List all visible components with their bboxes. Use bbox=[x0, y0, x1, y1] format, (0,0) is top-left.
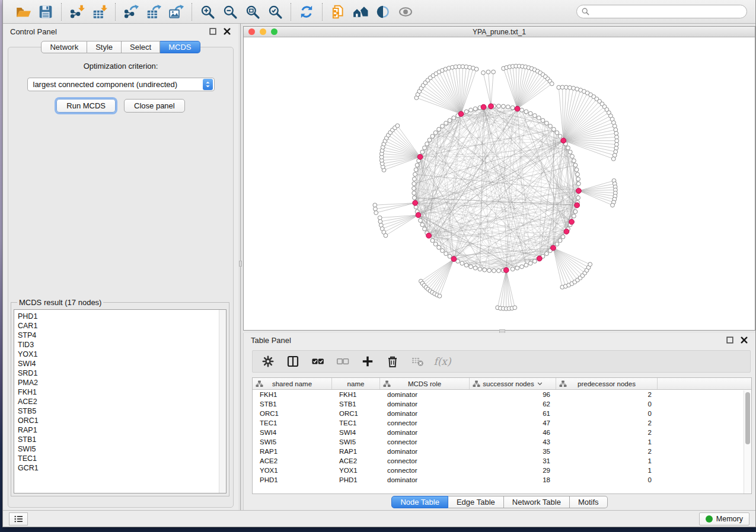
export-table-button[interactable] bbox=[144, 2, 163, 21]
zoom-selected-icon bbox=[267, 4, 283, 20]
mcds-result-item[interactable]: STB1 bbox=[18, 435, 226, 444]
criterion-value: largest connected component (undirected) bbox=[28, 80, 203, 89]
select-stepper-icon bbox=[203, 79, 213, 90]
task-history-button[interactable] bbox=[9, 512, 28, 525]
close-panel-button[interactable] bbox=[223, 27, 231, 36]
tab-style[interactable]: Style bbox=[87, 41, 122, 53]
mcds-list-scrollbar[interactable] bbox=[219, 310, 226, 493]
memory-button[interactable]: Memory bbox=[699, 512, 749, 525]
column-header-successor-nodes[interactable]: successor nodes bbox=[470, 378, 556, 389]
add-row-icon bbox=[361, 355, 374, 368]
tab-select[interactable]: Select bbox=[122, 41, 160, 53]
delete-row-button[interactable] bbox=[384, 353, 401, 370]
criterion-select[interactable]: largest connected component (undirected) bbox=[27, 78, 215, 91]
network-window-titlebar[interactable]: YPA_prune.txt_1 bbox=[244, 27, 755, 37]
table-panel-title: Table Panel bbox=[251, 336, 291, 345]
apply-layout-button[interactable] bbox=[297, 2, 316, 21]
level-of-detail-button[interactable] bbox=[374, 2, 393, 21]
network-doc-button[interactable] bbox=[328, 2, 347, 21]
mcds-result-item[interactable]: ACE2 bbox=[18, 397, 226, 406]
cell-MCDS-role: dominator bbox=[380, 429, 470, 436]
mcds-result-item[interactable]: ORC1 bbox=[18, 416, 226, 425]
mcds-result-item[interactable]: GCR1 bbox=[18, 463, 226, 473]
table-row[interactable]: ORC1ORC1dominator610 bbox=[253, 409, 751, 418]
mcds-result-item[interactable]: SWI5 bbox=[18, 444, 226, 454]
mcds-result-item[interactable]: STP4 bbox=[18, 331, 226, 340]
column-header-predecessor-nodes[interactable]: predecessor nodes bbox=[556, 378, 658, 389]
table-scrollbar[interactable] bbox=[744, 390, 751, 493]
export-network-button[interactable] bbox=[122, 2, 141, 21]
cell-predecessor-nodes: 2 bbox=[556, 419, 658, 427]
mcds-result-item[interactable]: TEC1 bbox=[18, 454, 226, 463]
cell-shared-name: FKH1 bbox=[253, 391, 332, 398]
float-table-panel-button[interactable] bbox=[726, 336, 734, 344]
column-header-MCDS-role[interactable]: MCDS role bbox=[380, 378, 470, 389]
zoom-selected-button[interactable] bbox=[266, 2, 285, 21]
cell-successor-nodes: 43 bbox=[470, 438, 556, 446]
mcds-result-title: MCDS result (17 nodes) bbox=[17, 298, 103, 307]
zoom-fit-button[interactable] bbox=[243, 2, 262, 21]
import-table-button[interactable] bbox=[90, 2, 109, 21]
add-row-button[interactable] bbox=[359, 353, 376, 370]
float-icon bbox=[726, 336, 734, 344]
export-image-button[interactable] bbox=[167, 2, 186, 21]
deselect-all-button[interactable] bbox=[334, 353, 351, 370]
mcds-result-item[interactable]: STB5 bbox=[18, 406, 226, 416]
table-row[interactable]: RAP1RAP1dominator352 bbox=[253, 447, 751, 456]
search-field[interactable] bbox=[576, 5, 747, 18]
tab-node-table[interactable]: Node Table bbox=[391, 496, 448, 508]
mcds-result-item[interactable]: TID3 bbox=[18, 340, 226, 350]
search-input[interactable] bbox=[592, 8, 742, 16]
tab-mcds[interactable]: MCDS bbox=[160, 41, 200, 53]
vertical-splitter[interactable] bbox=[238, 24, 243, 510]
table-row[interactable]: PHD1PHD1dominator180 bbox=[253, 475, 751, 485]
table-panel-tabs: Node TableEdge TableNetwork TableMotifs bbox=[244, 496, 755, 508]
mcds-result-item[interactable]: PMA2 bbox=[18, 378, 226, 387]
mcds-result-list[interactable]: PHD1CAR1STP4TID3YOX1SWI4SRD1PMA2FKH1ACE2… bbox=[14, 309, 227, 493]
table-row[interactable]: FKH1FKH1dominator962 bbox=[253, 390, 751, 399]
column-header-shared-name[interactable]: shared name bbox=[253, 378, 332, 389]
delete-table-icon bbox=[411, 355, 424, 368]
mcds-result-item[interactable]: PHD1 bbox=[18, 312, 226, 321]
close-mcds-panel-button[interactable]: Close panel bbox=[124, 99, 185, 113]
table-row[interactable]: YOX1YOX1connector291 bbox=[253, 466, 751, 475]
tab-edge-table[interactable]: Edge Table bbox=[448, 496, 504, 508]
zoom-in-button[interactable] bbox=[198, 2, 217, 21]
table-row[interactable]: SWI5SWI5connector431 bbox=[253, 437, 751, 447]
table-row[interactable]: SWI4SWI4dominator462 bbox=[253, 428, 751, 437]
table-row[interactable]: ACE2ACE2connector311 bbox=[253, 456, 751, 466]
show-panels-button[interactable] bbox=[351, 2, 370, 21]
cell-shared-name: SWI4 bbox=[253, 429, 332, 436]
tab-network[interactable]: Network bbox=[41, 41, 87, 53]
mcds-result-item[interactable]: SWI4 bbox=[18, 359, 226, 368]
save-session-icon bbox=[38, 4, 53, 20]
network-graph[interactable] bbox=[244, 38, 756, 331]
zoom-out-button[interactable] bbox=[221, 2, 240, 21]
toggle-visibility-button[interactable] bbox=[396, 2, 415, 21]
delete-table-button bbox=[409, 353, 426, 370]
table-row[interactable]: STB1STB1dominator620 bbox=[253, 399, 751, 409]
select-all-button[interactable] bbox=[310, 353, 326, 370]
run-mcds-button[interactable]: Run MCDS bbox=[56, 99, 116, 113]
save-session-button[interactable] bbox=[36, 2, 55, 21]
network-nodes[interactable] bbox=[373, 64, 619, 310]
close-table-panel-button[interactable] bbox=[740, 336, 748, 344]
table-row[interactable]: TEC1TEC1connector472 bbox=[253, 418, 751, 428]
column-header-name[interactable]: name bbox=[332, 378, 380, 389]
export-network-icon bbox=[123, 4, 139, 20]
mcds-result-item[interactable]: YOX1 bbox=[18, 350, 226, 359]
float-panel-button[interactable] bbox=[209, 27, 217, 36]
tab-network-table[interactable]: Network Table bbox=[504, 496, 570, 508]
show-columns-button[interactable] bbox=[285, 353, 301, 370]
mcds-result-item[interactable]: RAP1 bbox=[18, 425, 226, 435]
mcds-result-item[interactable]: SRD1 bbox=[18, 368, 226, 378]
splitter-handle[interactable] bbox=[239, 261, 242, 267]
function-builder-icon: f(x) bbox=[433, 355, 451, 367]
table-scrollbar-thumb[interactable] bbox=[745, 392, 750, 444]
open-session-button[interactable] bbox=[14, 2, 33, 21]
mcds-result-item[interactable]: FKH1 bbox=[18, 387, 226, 397]
table-settings-button[interactable] bbox=[260, 353, 276, 370]
tab-motifs[interactable]: Motifs bbox=[570, 496, 608, 508]
mcds-result-item[interactable]: CAR1 bbox=[18, 321, 226, 331]
import-network-button[interactable] bbox=[68, 2, 87, 21]
